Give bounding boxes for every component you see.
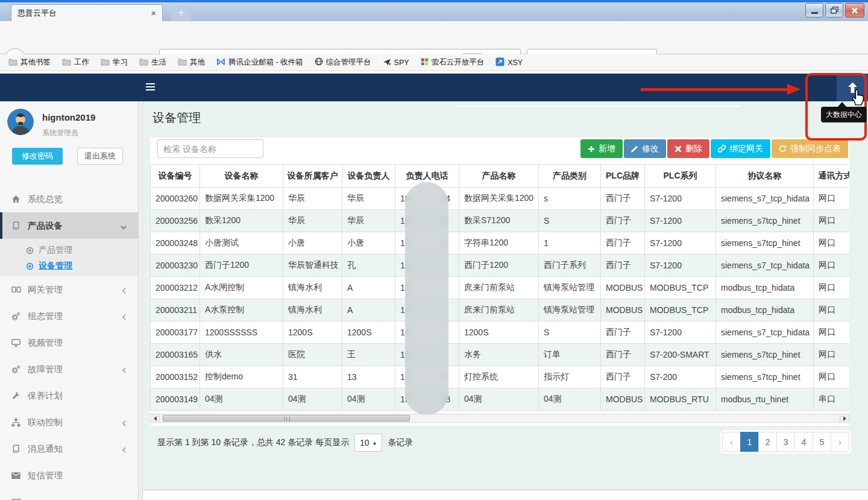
column-header[interactable]: 设备所属客户 <box>283 165 342 188</box>
table-row[interactable]: 200003256数采1200华辰华辰184数采S71200S西门子S7-120… <box>151 210 850 232</box>
table-row[interactable]: 200003230西门子1200华辰智通科技孔15西门子1200西门子系列西门子… <box>151 255 850 277</box>
cell-protocol: siemens_s7_tcp_hidata <box>716 255 814 277</box>
sidebar-collapse-icon[interactable] <box>146 83 155 92</box>
page-button-1[interactable]: 1 <box>740 432 759 452</box>
restore-button[interactable] <box>825 3 843 17</box>
cell-protocol: modbus_tcp_hidata <box>716 299 814 321</box>
horizontal-scrollbar[interactable] <box>150 414 849 423</box>
column-header[interactable]: 通讯方式 <box>814 165 850 188</box>
sidebar-item-组态管理[interactable]: 组态管理 <box>0 303 139 329</box>
cell-plc_series: S7-1200 <box>645 210 716 232</box>
sidebar-item-短信管理[interactable]: 短信管理 <box>0 462 139 489</box>
device-search-input[interactable] <box>157 139 263 158</box>
page-button-2[interactable]: 2 <box>758 432 777 452</box>
scrollbar-thumb[interactable] <box>163 415 410 422</box>
sidebar-item-系统总览[interactable]: 系统总览 <box>0 186 139 212</box>
cell-category: 镇海泵站管理 <box>539 277 601 299</box>
sidebar-submenu: 产品管理设备管理 <box>0 239 139 276</box>
minimize-button[interactable] <box>805 3 823 17</box>
bookmark-item[interactable]: 工作 <box>62 57 89 68</box>
button-label: 绑定网关 <box>729 144 763 154</box>
bookmark-item[interactable]: 腾讯企业邮箱 - 收件箱 <box>216 57 303 68</box>
sidebar-item-视频管理[interactable]: 视频管理 <box>0 329 139 356</box>
decorative-line <box>455 106 740 107</box>
sidebar-item-故障管理[interactable]: 故障管理 <box>0 356 139 382</box>
cell-plc_series: S7-200 <box>645 366 716 388</box>
tab-close-icon[interactable]: × <box>151 8 156 18</box>
table-row[interactable]: 200003211A水泵控制镇海水利A13庶来门前泵站镇海泵站管理MODBUSM… <box>151 299 850 321</box>
column-header[interactable]: 产品名称 <box>459 165 539 188</box>
cell-id: 200003152 <box>151 366 200 388</box>
bookmark-item[interactable]: 萤石云开放平台 <box>421 57 485 68</box>
prev-page-button[interactable]: ‹ <box>722 432 741 452</box>
绑定网关-button[interactable]: 绑定网关 <box>711 139 770 158</box>
bookmark-item[interactable]: 生活 <box>139 57 166 68</box>
sidebar-item-产品设备[interactable]: 产品设备 <box>0 212 139 239</box>
per-page-select[interactable]: 10▲ <box>354 434 382 452</box>
scroll-left-button[interactable] <box>151 414 160 422</box>
chevron-down-icon <box>121 222 127 232</box>
bookmark-item[interactable]: 其他书签 <box>8 57 51 68</box>
logout-button[interactable]: 退出系统 <box>77 148 123 165</box>
sidebar-item-partial[interactable] <box>0 489 139 500</box>
table-row[interactable]: 200003212A水闸控制镇海水利A13庶来门前泵站镇海泵站管理MODBUSM… <box>151 277 850 299</box>
bookmark-label: SPY <box>394 59 409 67</box>
column-header[interactable]: 设备负责人 <box>342 165 395 188</box>
cell-comm: 网口 <box>814 299 850 321</box>
sidebar-item-网关管理[interactable]: 网关管理 <box>0 276 139 303</box>
bookmark-item[interactable]: XSY <box>495 57 523 68</box>
browser-tab[interactable]: 思普云平台 × <box>11 4 163 21</box>
table-row[interactable]: 200003165供水医院王18水务订单西门子S7-200-SMARTsieme… <box>151 344 850 366</box>
device-table: 设备编号设备名称设备所属客户设备负责人负责人电话产品名称产品类别PLC品牌PLC… <box>150 164 849 411</box>
删除-button[interactable]: 删除 <box>667 139 709 158</box>
change-password-button[interactable]: 修改密码 <box>12 148 63 165</box>
table-row[interactable]: 200003260数据网关采集1200华辰华辰1804数据网关采集1200s西门… <box>151 188 850 210</box>
privacy-blur-overlay <box>405 182 448 415</box>
cell-plc_series: S7-1200 <box>645 188 716 210</box>
avatar[interactable] <box>7 109 34 135</box>
sidebar-item-联动控制[interactable]: 联动控制 <box>0 409 139 435</box>
cell-id: 200003177 <box>151 321 200 344</box>
table-row[interactable]: 200003248小唐测试小唐小唐130字符串12001西门子S7-1200si… <box>151 232 850 255</box>
next-page-button[interactable]: › <box>831 432 849 452</box>
bookmark-item[interactable]: 学习 <box>101 57 128 68</box>
page-button-3[interactable]: 3 <box>776 432 795 452</box>
column-header[interactable]: 产品类别 <box>539 165 601 188</box>
sidebar-subitem-产品管理[interactable]: 产品管理 <box>0 242 139 258</box>
cell-protocol: siemens_s7tcp_hinet <box>716 232 814 255</box>
column-header[interactable]: PLC系列 <box>645 165 716 188</box>
cell-protocol: siemens_s7_tcp_hidata <box>716 321 814 344</box>
sidebar-item-消息通知[interactable]: 消息通知 <box>0 435 139 462</box>
table-row[interactable]: 200003152控制demo3113153灯控系统指示灯西门子S7-200si… <box>151 366 850 388</box>
修改-button[interactable]: 修改 <box>624 139 666 158</box>
cell-plc_brand: MODBUS <box>601 388 645 411</box>
bookmark-item[interactable]: 其他 <box>178 57 205 68</box>
button-label: 新增 <box>599 144 615 154</box>
bookmark-item[interactable]: 综合管理平台 <box>315 57 371 68</box>
cell-name: 小唐测试 <box>200 232 283 255</box>
新增-button[interactable]: 新增 <box>580 139 623 158</box>
sidebar-subitem-设备管理[interactable]: 设备管理 <box>0 258 139 274</box>
column-header[interactable]: PLC品牌 <box>601 165 645 188</box>
column-header[interactable]: 协议名称 <box>716 165 814 188</box>
page-button-4[interactable]: 4 <box>794 432 813 452</box>
scroll-right-button[interactable] <box>840 414 849 422</box>
table-row[interactable]: 2000031771200SSSSSS1200S1200S151200SS西门子… <box>151 321 850 344</box>
强制同步点表-button[interactable]: 强制同步点表 <box>772 139 848 158</box>
table-row[interactable]: 20000314904测04测04测153804测04测MODBUSMODBUS… <box>151 388 850 411</box>
close-icon <box>851 7 858 14</box>
globe-icon <box>315 57 323 68</box>
folder-icon <box>8 58 17 68</box>
column-header[interactable]: 设备名称 <box>200 165 283 188</box>
cell-name: 1200SSSSSS <box>200 321 283 344</box>
sidebar-item-保养计划[interactable]: 保养计划 <box>0 382 139 409</box>
page-button-5[interactable]: 5 <box>813 432 831 452</box>
per-page-value: 10 <box>360 438 370 448</box>
cell-customer: 华辰 <box>283 188 342 210</box>
bookmark-item[interactable]: SPY <box>383 57 409 68</box>
window-titlebar: 思普云平台 × + <box>0 0 868 21</box>
new-tab-button[interactable]: + <box>171 6 191 21</box>
close-button[interactable] <box>845 3 864 17</box>
xmark-icon <box>675 145 682 153</box>
column-header[interactable]: 设备编号 <box>151 165 200 188</box>
